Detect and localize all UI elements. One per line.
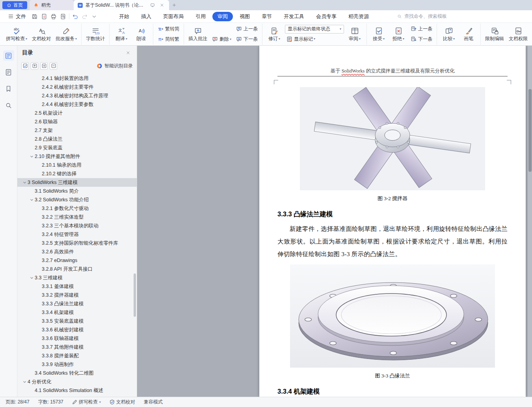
toc-item[interactable]: 3.3.2 搅拌器建模 bbox=[17, 291, 137, 299]
toc-item[interactable]: 3.3.6 联轴器建模 bbox=[17, 334, 137, 343]
read-aloud-button[interactable]: A朗读 bbox=[132, 26, 150, 42]
document-page[interactable]: 基于 SolidWorks 的立式搅拌釜三维建模及有限元分析优化 bbox=[259, 46, 526, 397]
toc-item[interactable]: 3.2.3 三个基本模块的联动 bbox=[17, 221, 137, 230]
toc-item[interactable]: 3.3.9 动画制作 bbox=[17, 360, 137, 369]
toc-item[interactable]: 2.5 机架设计 bbox=[17, 109, 137, 117]
toc-item[interactable]: 2.10.1 轴承的选用 bbox=[17, 161, 137, 169]
toc-item[interactable]: 2.8 凸缘法兰 bbox=[17, 135, 137, 143]
review-pane-button[interactable]: 审阅▾ bbox=[346, 26, 364, 42]
toc-item[interactable]: 3.3.5 安装底盖建模 bbox=[17, 317, 137, 325]
page-indicator[interactable]: 页面: 28/47 bbox=[6, 399, 30, 405]
proofread-button[interactable]: A文档校对 bbox=[30, 26, 52, 42]
toc-item[interactable]: 2.9 安装底盖 bbox=[17, 143, 137, 152]
translate-button[interactable]: 文A翻译▾ bbox=[112, 26, 130, 42]
menu-tab-member[interactable]: 会员专享 bbox=[311, 12, 342, 21]
toc-item[interactable]: 3.2.5 支持国际的智能化标准零件库 bbox=[17, 239, 137, 247]
toc-scrollbar[interactable] bbox=[134, 273, 136, 317]
comment-next-button[interactable]: 下一条 bbox=[234, 35, 259, 44]
toc-item[interactable]: 3.1 SolidWorks 简介 bbox=[17, 187, 137, 195]
comment-delete-button[interactable]: 删除▾ bbox=[210, 35, 233, 44]
show-markup-button[interactable]: 显示标记▾ bbox=[285, 35, 344, 44]
toc-item[interactable]: 2.7 支架 bbox=[17, 126, 137, 135]
smart-toc-button[interactable]: 智能识别目录 bbox=[97, 63, 133, 69]
preview-button[interactable] bbox=[58, 12, 68, 21]
fanjian-button[interactable]: 繁繁转简 bbox=[156, 24, 181, 33]
redo-button[interactable] bbox=[80, 12, 89, 21]
toc-item[interactable]: 3.3 三维建模 bbox=[17, 273, 137, 282]
bookmark-panel-button[interactable] bbox=[3, 84, 14, 94]
export-button[interactable] bbox=[39, 12, 49, 21]
toc-item[interactable]: 3.2.2 三维实体造型 bbox=[17, 213, 137, 221]
reject-button[interactable]: 拒绝▾ bbox=[389, 26, 407, 42]
collapse-button[interactable] bbox=[50, 62, 57, 70]
review-service-button[interactable]: 批改服务▾ bbox=[54, 26, 78, 42]
expand-button[interactable] bbox=[40, 62, 48, 70]
compat-mode[interactable]: 兼容模式 bbox=[144, 399, 163, 405]
toc-item[interactable]: 3.3.3 凸缘法兰建模 bbox=[17, 299, 137, 308]
close-tab-button[interactable] bbox=[158, 2, 166, 9]
chevron-down-button[interactable] bbox=[89, 12, 99, 21]
toc-item[interactable]: 2.10.2 键的选择 bbox=[17, 169, 137, 178]
file-menu[interactable]: 文件 bbox=[5, 12, 29, 21]
figure-flange[interactable] bbox=[277, 264, 508, 368]
toc-item[interactable]: 3.2.4 特征管理器 bbox=[17, 230, 137, 239]
spellcheck-status[interactable]: 拼写检查▾ bbox=[72, 399, 101, 405]
toc-item[interactable]: 2.4.4 机械密封主要参数 bbox=[17, 100, 137, 109]
word-count[interactable]: 字数: 15737 bbox=[38, 399, 63, 405]
tab-preview-button[interactable] bbox=[149, 2, 156, 9]
toc-item[interactable]: 3.3.6 机械密封建模 bbox=[17, 325, 137, 334]
spellcheck-button[interactable]: abc拼写检查▾ bbox=[4, 26, 29, 42]
toc-item[interactable]: 4.1 SolidWorks Simulation 概述 bbox=[17, 386, 137, 395]
wordcount-button[interactable]: 123字数统计 bbox=[84, 26, 106, 42]
vertical-scrollbar[interactable] bbox=[528, 46, 532, 397]
command-search[interactable]: 查找命令、搜索模板 bbox=[397, 13, 447, 20]
note-panel-button[interactable] bbox=[3, 67, 14, 77]
revise-button[interactable]: 修订▾ bbox=[265, 26, 283, 42]
menu-tab-page-layout[interactable]: 页面布局 bbox=[158, 12, 189, 21]
toc-item[interactable]: 3.2 SolidWorks 功能介绍 bbox=[17, 195, 137, 204]
menu-tab-docer-resources[interactable]: 稻壳资源 bbox=[343, 12, 374, 21]
restrict-button[interactable]: 限制编辑 bbox=[484, 26, 506, 42]
print-button[interactable] bbox=[49, 12, 58, 21]
menu-tab-insert[interactable]: 插入 bbox=[136, 12, 156, 21]
toc-item[interactable]: 2.4.1 轴封装置的选用 bbox=[17, 74, 137, 83]
jianfan-button[interactable]: 简简转繁 bbox=[156, 35, 181, 44]
search-panel-button[interactable] bbox=[3, 100, 14, 110]
toc-item[interactable]: 3.2.7 eDrawings bbox=[17, 256, 137, 265]
save-button[interactable] bbox=[30, 12, 39, 21]
close-toc-button[interactable] bbox=[124, 49, 132, 57]
comment-prev-button[interactable]: 上一条 bbox=[234, 24, 259, 33]
menu-tab-review[interactable]: 审阅 bbox=[212, 12, 233, 21]
toc-check-button[interactable] bbox=[21, 62, 29, 70]
toc-item[interactable]: 3.3.8 搅拌釜装配 bbox=[17, 351, 137, 360]
home-button[interactable]: 首页 bbox=[2, 1, 27, 9]
rev-next-button[interactable]: 下一条 bbox=[409, 35, 434, 44]
new-tab-button[interactable] bbox=[171, 2, 178, 9]
insert-comment-button[interactable]: 插入批注 bbox=[187, 26, 209, 42]
brush-button[interactable]: 画笔 bbox=[459, 26, 478, 42]
accept-button[interactable]: 接受▾ bbox=[370, 26, 388, 42]
docer-tab[interactable]: 稻壳 bbox=[30, 0, 74, 10]
toc-item[interactable]: 3.2.6 高效插件 bbox=[17, 247, 137, 256]
menu-tab-section[interactable]: 章节 bbox=[257, 12, 277, 21]
menu-tab-dev-tools[interactable]: 开发工具 bbox=[279, 12, 309, 21]
document-tab[interactable]: W 基于SolidW... 说明书（论文） bbox=[74, 0, 169, 10]
toc-item[interactable]: 3.4 SolidWorks 转化二维图 bbox=[17, 369, 137, 377]
toc-item[interactable]: 2.6 联轴器 bbox=[17, 117, 137, 126]
toc-item[interactable]: 3.2.1 参数化尺寸驱动 bbox=[17, 204, 137, 213]
toc-item[interactable]: 2.4.3 机械密封结构及工作原理 bbox=[17, 91, 137, 100]
toc-item[interactable]: 3 SolidWorks 三维建模 bbox=[17, 178, 137, 187]
toc-item[interactable]: 4 分析优化 bbox=[17, 377, 137, 386]
scrollbar-thumb[interactable] bbox=[528, 89, 532, 172]
toc-item[interactable]: 2.4.2 机械密封主要零件 bbox=[17, 83, 137, 91]
rev-prev-button[interactable]: 上一条 bbox=[409, 24, 434, 33]
toc-item[interactable]: 3.2.8 API 开发工具接口 bbox=[17, 265, 137, 273]
menu-tab-view[interactable]: 视图 bbox=[234, 12, 255, 21]
menu-tab-start[interactable]: 开始 bbox=[114, 12, 134, 21]
menu-tab-references[interactable]: 引用 bbox=[190, 12, 211, 21]
figure-impeller[interactable] bbox=[277, 87, 508, 190]
toc-item[interactable]: 2.10 搅拌釜其他附件 bbox=[17, 152, 137, 161]
compare-button[interactable]: 比较▾ bbox=[440, 26, 458, 42]
markup-state-combo[interactable]: 显示标记的最终状态▾ bbox=[285, 25, 344, 33]
toc-panel-panel-button[interactable] bbox=[3, 50, 14, 61]
